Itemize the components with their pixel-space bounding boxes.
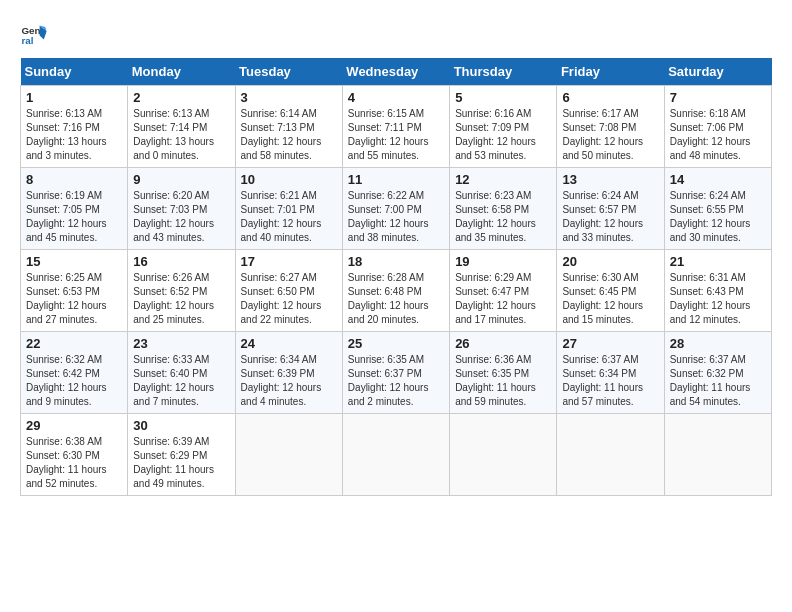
- calendar-cell: [664, 414, 771, 496]
- calendar-cell: 19 Sunrise: 6:29 AM Sunset: 6:47 PM Dayl…: [450, 250, 557, 332]
- day-number: 19: [455, 254, 551, 269]
- day-number: 22: [26, 336, 122, 351]
- day-number: 2: [133, 90, 229, 105]
- day-daylight: Daylight: 12 hours and 48 minutes.: [670, 136, 751, 161]
- day-daylight: Daylight: 12 hours and 30 minutes.: [670, 218, 751, 243]
- calendar-cell: 20 Sunrise: 6:30 AM Sunset: 6:45 PM Dayl…: [557, 250, 664, 332]
- calendar-cell: 7 Sunrise: 6:18 AM Sunset: 7:06 PM Dayli…: [664, 86, 771, 168]
- day-sunset: Sunset: 6:30 PM: [26, 450, 100, 461]
- calendar-cell: 14 Sunrise: 6:24 AM Sunset: 6:55 PM Dayl…: [664, 168, 771, 250]
- day-daylight: Daylight: 12 hours and 38 minutes.: [348, 218, 429, 243]
- day-daylight: Daylight: 12 hours and 45 minutes.: [26, 218, 107, 243]
- day-number: 25: [348, 336, 444, 351]
- day-number: 11: [348, 172, 444, 187]
- day-sunset: Sunset: 6:32 PM: [670, 368, 744, 379]
- calendar-header-row: SundayMondayTuesdayWednesdayThursdayFrid…: [21, 58, 772, 86]
- day-number: 24: [241, 336, 337, 351]
- day-sunrise: Sunrise: 6:13 AM: [133, 108, 209, 119]
- calendar-cell: 30 Sunrise: 6:39 AM Sunset: 6:29 PM Dayl…: [128, 414, 235, 496]
- day-sunset: Sunset: 7:11 PM: [348, 122, 422, 133]
- day-sunrise: Sunrise: 6:38 AM: [26, 436, 102, 447]
- day-number: 10: [241, 172, 337, 187]
- day-sunrise: Sunrise: 6:28 AM: [348, 272, 424, 283]
- day-number: 21: [670, 254, 766, 269]
- calendar-cell: 26 Sunrise: 6:36 AM Sunset: 6:35 PM Dayl…: [450, 332, 557, 414]
- day-number: 27: [562, 336, 658, 351]
- day-number: 12: [455, 172, 551, 187]
- day-daylight: Daylight: 12 hours and 15 minutes.: [562, 300, 643, 325]
- day-sunset: Sunset: 7:08 PM: [562, 122, 636, 133]
- calendar-cell: 21 Sunrise: 6:31 AM Sunset: 6:43 PM Dayl…: [664, 250, 771, 332]
- day-sunset: Sunset: 7:06 PM: [670, 122, 744, 133]
- day-number: 15: [26, 254, 122, 269]
- day-number: 6: [562, 90, 658, 105]
- day-sunset: Sunset: 6:55 PM: [670, 204, 744, 215]
- day-number: 28: [670, 336, 766, 351]
- day-sunrise: Sunrise: 6:30 AM: [562, 272, 638, 283]
- day-number: 8: [26, 172, 122, 187]
- day-daylight: Daylight: 12 hours and 9 minutes.: [26, 382, 107, 407]
- day-daylight: Daylight: 12 hours and 53 minutes.: [455, 136, 536, 161]
- calendar-cell: 13 Sunrise: 6:24 AM Sunset: 6:57 PM Dayl…: [557, 168, 664, 250]
- day-sunrise: Sunrise: 6:14 AM: [241, 108, 317, 119]
- day-sunrise: Sunrise: 6:19 AM: [26, 190, 102, 201]
- page-header: Gene ral: [20, 20, 772, 48]
- day-sunrise: Sunrise: 6:31 AM: [670, 272, 746, 283]
- day-sunrise: Sunrise: 6:16 AM: [455, 108, 531, 119]
- calendar-week-row: 22 Sunrise: 6:32 AM Sunset: 6:42 PM Dayl…: [21, 332, 772, 414]
- day-sunrise: Sunrise: 6:24 AM: [670, 190, 746, 201]
- calendar-week-row: 15 Sunrise: 6:25 AM Sunset: 6:53 PM Dayl…: [21, 250, 772, 332]
- calendar-cell: [342, 414, 449, 496]
- day-daylight: Daylight: 12 hours and 17 minutes.: [455, 300, 536, 325]
- day-sunrise: Sunrise: 6:20 AM: [133, 190, 209, 201]
- day-number: 13: [562, 172, 658, 187]
- calendar-cell: 11 Sunrise: 6:22 AM Sunset: 7:00 PM Dayl…: [342, 168, 449, 250]
- day-number: 16: [133, 254, 229, 269]
- day-number: 5: [455, 90, 551, 105]
- day-sunset: Sunset: 6:50 PM: [241, 286, 315, 297]
- day-sunrise: Sunrise: 6:34 AM: [241, 354, 317, 365]
- day-number: 17: [241, 254, 337, 269]
- day-number: 4: [348, 90, 444, 105]
- day-sunset: Sunset: 7:00 PM: [348, 204, 422, 215]
- calendar-cell: [557, 414, 664, 496]
- day-daylight: Daylight: 12 hours and 43 minutes.: [133, 218, 214, 243]
- day-sunset: Sunset: 7:13 PM: [241, 122, 315, 133]
- calendar-body: 1 Sunrise: 6:13 AM Sunset: 7:16 PM Dayli…: [21, 86, 772, 496]
- calendar-cell: 3 Sunrise: 6:14 AM Sunset: 7:13 PM Dayli…: [235, 86, 342, 168]
- day-daylight: Daylight: 12 hours and 40 minutes.: [241, 218, 322, 243]
- day-sunset: Sunset: 6:52 PM: [133, 286, 207, 297]
- day-sunset: Sunset: 6:53 PM: [26, 286, 100, 297]
- calendar-cell: 16 Sunrise: 6:26 AM Sunset: 6:52 PM Dayl…: [128, 250, 235, 332]
- day-daylight: Daylight: 11 hours and 52 minutes.: [26, 464, 107, 489]
- day-sunset: Sunset: 6:40 PM: [133, 368, 207, 379]
- day-sunset: Sunset: 6:37 PM: [348, 368, 422, 379]
- day-sunset: Sunset: 7:01 PM: [241, 204, 315, 215]
- day-daylight: Daylight: 11 hours and 49 minutes.: [133, 464, 214, 489]
- day-daylight: Daylight: 12 hours and 50 minutes.: [562, 136, 643, 161]
- header-cell-sunday: Sunday: [21, 58, 128, 86]
- day-daylight: Daylight: 12 hours and 2 minutes.: [348, 382, 429, 407]
- calendar-cell: 23 Sunrise: 6:33 AM Sunset: 6:40 PM Dayl…: [128, 332, 235, 414]
- calendar-cell: 5 Sunrise: 6:16 AM Sunset: 7:09 PM Dayli…: [450, 86, 557, 168]
- header-cell-saturday: Saturday: [664, 58, 771, 86]
- day-number: 20: [562, 254, 658, 269]
- calendar-week-row: 1 Sunrise: 6:13 AM Sunset: 7:16 PM Dayli…: [21, 86, 772, 168]
- calendar-cell: 8 Sunrise: 6:19 AM Sunset: 7:05 PM Dayli…: [21, 168, 128, 250]
- day-sunrise: Sunrise: 6:37 AM: [670, 354, 746, 365]
- day-sunrise: Sunrise: 6:13 AM: [26, 108, 102, 119]
- calendar-cell: 9 Sunrise: 6:20 AM Sunset: 7:03 PM Dayli…: [128, 168, 235, 250]
- header-cell-friday: Friday: [557, 58, 664, 86]
- day-daylight: Daylight: 12 hours and 20 minutes.: [348, 300, 429, 325]
- day-daylight: Daylight: 13 hours and 0 minutes.: [133, 136, 214, 161]
- header-cell-tuesday: Tuesday: [235, 58, 342, 86]
- day-sunset: Sunset: 6:47 PM: [455, 286, 529, 297]
- calendar-cell: 12 Sunrise: 6:23 AM Sunset: 6:58 PM Dayl…: [450, 168, 557, 250]
- calendar-cell: 24 Sunrise: 6:34 AM Sunset: 6:39 PM Dayl…: [235, 332, 342, 414]
- day-daylight: Daylight: 12 hours and 58 minutes.: [241, 136, 322, 161]
- calendar-cell: 4 Sunrise: 6:15 AM Sunset: 7:11 PM Dayli…: [342, 86, 449, 168]
- day-sunrise: Sunrise: 6:21 AM: [241, 190, 317, 201]
- header-cell-thursday: Thursday: [450, 58, 557, 86]
- calendar-cell: 15 Sunrise: 6:25 AM Sunset: 6:53 PM Dayl…: [21, 250, 128, 332]
- day-sunset: Sunset: 6:39 PM: [241, 368, 315, 379]
